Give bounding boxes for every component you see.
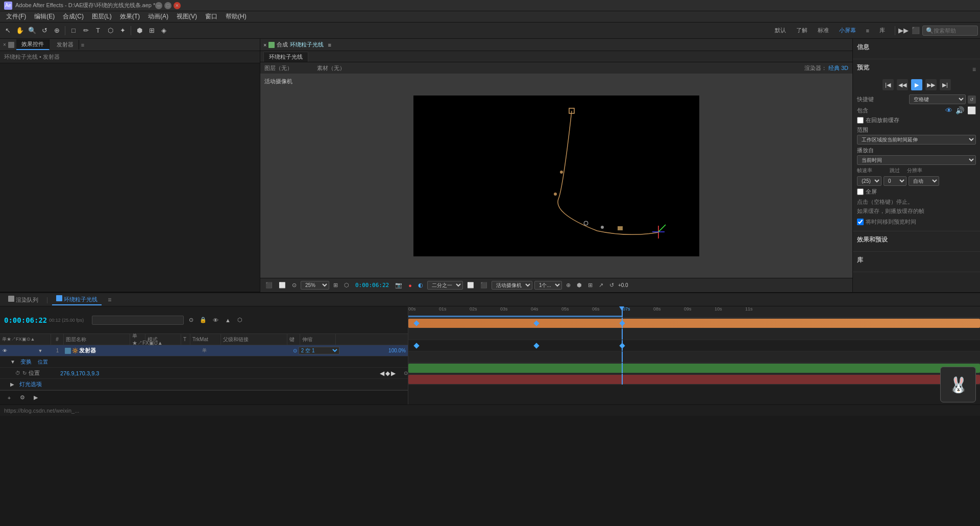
shortcut-reset-btn[interactable]: ↺ [968,95,976,104]
framerate-select[interactable]: (25) [857,176,881,186]
layer1-pos-add-key[interactable]: ◆ [385,370,390,377]
tool-move[interactable]: ✋ [14,25,26,36]
workspace-standard[interactable]: 标准 [815,26,832,35]
comp-zoom-select[interactable]: 25% 50% 100% [301,281,329,290]
skip-select[interactable]: 0 [884,176,906,186]
workspace-default[interactable]: 默认 [772,26,789,35]
audio-include-icon[interactable]: 🔊 [955,106,964,114]
comp-btn-preview-options[interactable]: ⬛ [263,281,275,290]
project-panel-menu[interactable]: ≡ [81,42,84,48]
comp-view-select[interactable]: 1个... [534,281,562,290]
tool-stamp[interactable]: ✦ [117,25,128,36]
layer1-solo-icon[interactable] [15,347,22,354]
comp-btn-camera-icon[interactable]: 📷 [393,281,404,290]
workspace-library[interactable]: 库 [876,26,888,35]
workspace-menu[interactable]: ≡ [863,27,872,35]
preview-menu-icon[interactable]: ≡ [972,66,976,73]
comp-btn-reset[interactable]: ↺ [607,281,616,290]
layer1-lightopts-expand[interactable]: ▶ [10,381,14,387]
layer1-lightopts-label[interactable]: 灯光选项 [17,380,44,388]
menu-view[interactable]: 视图(V) [173,11,201,22]
layer1-audio-icon[interactable] [8,347,15,354]
menu-composition[interactable]: 合成(C) [59,11,88,22]
comp-btn-export[interactable]: ↗ [597,281,605,290]
preview-first[interactable]: |◀ [883,79,894,90]
add-layer-icon[interactable]: + [4,393,14,403]
resolution-select[interactable]: 自动 [909,176,939,186]
comp-btn-3d[interactable]: ⬢ [575,281,584,290]
project-panel-close[interactable]: × [3,42,6,47]
comp-btn-color[interactable]: ● [406,281,414,290]
comp-viewport[interactable]: 活动摄像机 [260,74,852,278]
tool-snap[interactable]: ◈ [158,25,169,36]
layer1-lock-icon[interactable] [22,347,30,354]
comp-btn-fit[interactable]: ⊞ [331,281,340,290]
tool-extra[interactable]: ▶▶ [898,25,909,36]
layer1-visible-icon[interactable]: 👁 [1,347,8,354]
timeline-tab-comp[interactable]: 环绕粒子光线 [52,294,102,305]
layer-search-input[interactable] [92,316,184,325]
timeline-tab-render[interactable]: 渲染队列 [4,295,42,305]
comp-btn-color2[interactable]: ◐ [416,281,425,290]
render-icon[interactable]: ▶ [31,393,41,403]
close-button[interactable]: ✕ [174,2,181,9]
shortcut-select[interactable]: 空格键 [909,94,966,104]
layer1-pos-next-key[interactable]: ▶ [391,370,396,377]
layer1-pos-link[interactable]: ⊙ [404,370,408,376]
comp-close[interactable]: × [263,42,266,48]
comp-btn-grid[interactable]: ⬜ [277,281,288,290]
menu-help[interactable]: 帮助(H) [222,11,251,22]
menu-effect[interactable]: 效果(T) [116,11,144,22]
layer1-shy-icon[interactable] [30,347,37,354]
tool-puppet[interactable]: ⬢ [134,25,145,36]
menu-animation[interactable]: 动画(A) [144,11,173,22]
playback-select[interactable]: 当前时间 [857,155,976,165]
video-include-icon[interactable]: 👁 [945,106,952,114]
layer1-transform-reset[interactable]: 变换 [18,358,34,366]
menu-edit[interactable]: 编辑(E) [30,11,59,22]
layer1-pos-prev-key[interactable]: ◀ [380,370,384,377]
preview-prev[interactable]: ◀◀ [897,79,908,90]
fullscreen-checkbox[interactable] [857,188,864,195]
comp-link-icon[interactable]: ⬡ [235,315,245,325]
tool-rect[interactable]: □ [68,25,79,36]
layer-row-1[interactable]: 👁 ▼ 1 🔆 发射器 单 [0,345,408,356]
preview-next[interactable]: ▶▶ [925,79,937,90]
time-display[interactable]: 0:00:06:22 [4,316,47,324]
timeline-tab-menu[interactable]: ≡ [108,296,111,303]
preview-last[interactable]: ▶| [940,79,951,90]
project-tab-emitter[interactable]: 发射器 [52,40,79,50]
comp-camera-select[interactable]: 活动摄像机 [492,281,532,290]
layer1-reset-link[interactable]: 位置 [38,358,48,366]
layer1-expand[interactable]: ▼ [37,347,44,354]
menu-layer[interactable]: 图层(L) [88,11,116,22]
tool-pen[interactable]: ✏ [80,25,91,36]
tool-paint[interactable]: ⬡ [105,25,116,36]
lock-icon[interactable]: 🔒 [198,315,208,325]
project-tab-effects[interactable]: 效果控件 [16,39,50,50]
tool-select[interactable]: ↖ [2,25,13,36]
menu-file[interactable]: 文件(F) [2,11,30,22]
layer1-transform-expand[interactable]: ▼ [10,359,15,365]
layer1-pos-stopwatch[interactable]: ⏱ [15,370,20,376]
comp-half-res[interactable]: 二分之一 全 [427,281,463,290]
move-playhead-checkbox[interactable] [857,219,864,225]
preview-play[interactable]: ▶ [911,79,922,90]
tool-text[interactable]: T [92,25,104,36]
comp-btn-view2[interactable]: ⬛ [478,281,489,290]
comp-btn-view[interactable]: ⬜ [465,281,476,290]
maximize-button[interactable]: □ [164,2,172,9]
solo-icon[interactable]: ⊙ [186,315,196,325]
tool-rotate[interactable]: ↺ [39,25,50,36]
hide-icon[interactable]: 👁 [210,315,220,325]
comp-btn-snap[interactable]: ⊕ [564,281,573,290]
minimize-button[interactable]: ─ [155,2,162,9]
tool-zoom[interactable]: 🔍 [27,25,38,36]
workspace-learn[interactable]: 了解 [793,26,811,35]
tool-camera[interactable]: ⊕ [51,25,62,36]
preroll-checkbox[interactable] [857,117,864,124]
comp-btn-render[interactable]: ⊞ [586,281,595,290]
workspace-small-screen[interactable]: 小屏幕 [836,26,859,35]
overflow-include-icon[interactable]: ⬜ [967,106,976,114]
menu-window[interactable]: 窗口 [201,11,222,22]
